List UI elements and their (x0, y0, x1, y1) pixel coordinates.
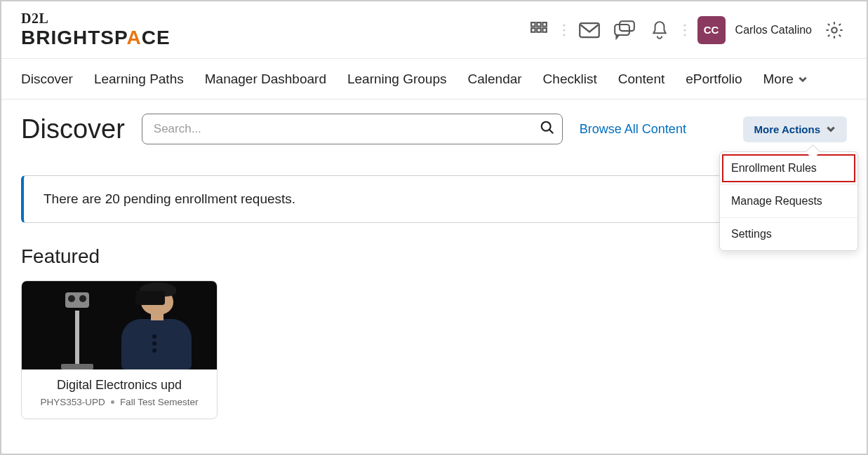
svg-point-6 (563, 24, 565, 26)
search-input[interactable] (154, 122, 540, 136)
nav-bar: Discover Learning Paths Manager Dashboar… (1, 59, 867, 100)
nav-discover[interactable]: Discover (21, 72, 73, 87)
nav-learning-paths[interactable]: Learning Paths (94, 72, 184, 87)
svg-rect-0 (531, 22, 535, 26)
svg-rect-9 (580, 23, 599, 37)
top-icons: CC Carlos Catalino (526, 16, 847, 44)
svg-point-14 (683, 34, 686, 36)
more-actions-button[interactable]: More Actions (743, 116, 847, 142)
svg-point-7 (563, 29, 565, 31)
mail-icon[interactable] (577, 18, 602, 43)
svg-rect-1 (537, 22, 540, 26)
svg-point-8 (563, 34, 565, 36)
gear-icon[interactable] (822, 18, 847, 43)
course-card-body: Digital Electronics upd PHYS353-UPD Fall… (22, 369, 217, 419)
svg-rect-11 (620, 21, 634, 31)
brand-d2l: D2L (21, 11, 171, 27)
menu-settings[interactable]: Settings (720, 217, 857, 250)
nav-more-label: More (763, 72, 794, 87)
brand-logo[interactable]: D2L BRIGHTSPACE (21, 11, 171, 49)
chevron-down-icon (826, 124, 836, 134)
top-bar: D2L BRIGHTSPACE (1, 1, 867, 59)
nav-more[interactable]: More (763, 72, 808, 87)
search-icon[interactable] (540, 120, 555, 138)
brand-brightspace: BRIGHTSPACE (21, 27, 171, 49)
svg-point-16 (542, 122, 551, 131)
browse-all-link[interactable]: Browse All Content (580, 122, 686, 137)
course-card[interactable]: Digital Electronics upd PHYS353-UPD Fall… (21, 280, 218, 419)
thumbnail-person-graphic (114, 285, 199, 369)
thumbnail-rig-graphic (57, 292, 96, 369)
menu-manage-requests[interactable]: Manage Requests (720, 184, 857, 217)
search-field[interactable] (142, 114, 563, 144)
alert-text: There are 20 pending enrollment requests… (44, 191, 295, 206)
course-thumbnail (22, 281, 217, 369)
apps-icon[interactable] (526, 18, 552, 43)
avatar[interactable]: CC (697, 16, 726, 44)
nav-content[interactable]: Content (618, 72, 665, 87)
avatar-initials: CC (704, 24, 719, 36)
chevron-down-icon (798, 74, 808, 84)
nav-manager-dashboard[interactable]: Manager Dashboard (205, 72, 326, 87)
svg-point-13 (683, 29, 686, 31)
svg-rect-5 (542, 28, 546, 32)
nav-checklist[interactable]: Checklist (543, 72, 597, 87)
divider-icon (682, 22, 688, 38)
svg-point-12 (683, 24, 686, 26)
course-subtitle: PHYS353-UPD Fall Test Semester (29, 397, 210, 407)
svg-rect-10 (615, 24, 629, 34)
nav-calendar[interactable]: Calendar (468, 72, 522, 87)
course-term: Fall Test Semester (120, 397, 199, 407)
page-body: Discover Browse All Content More Actions… (1, 100, 867, 433)
nav-eportfolio[interactable]: ePortfolio (686, 72, 742, 87)
svg-point-15 (832, 27, 836, 32)
page-head-row: Discover Browse All Content More Actions (21, 114, 847, 144)
course-title: Digital Electronics upd (29, 378, 210, 393)
course-code: PHYS353-UPD (41, 397, 105, 407)
svg-rect-3 (531, 28, 535, 32)
page-title: Discover (21, 114, 125, 144)
nav-learning-groups[interactable]: Learning Groups (347, 72, 447, 87)
menu-enrollment-rules[interactable]: Enrollment Rules (720, 152, 857, 184)
svg-rect-4 (537, 28, 540, 32)
bell-icon[interactable] (647, 18, 672, 43)
divider-icon (561, 22, 567, 38)
dot-separator-icon (111, 400, 114, 404)
chat-icon[interactable] (612, 18, 637, 43)
more-actions-label: More Actions (754, 123, 820, 135)
user-name[interactable]: Carlos Catalino (735, 24, 812, 36)
svg-rect-2 (542, 22, 546, 26)
more-actions-menu: Enrollment Rules Manage Requests Setting… (719, 151, 858, 251)
